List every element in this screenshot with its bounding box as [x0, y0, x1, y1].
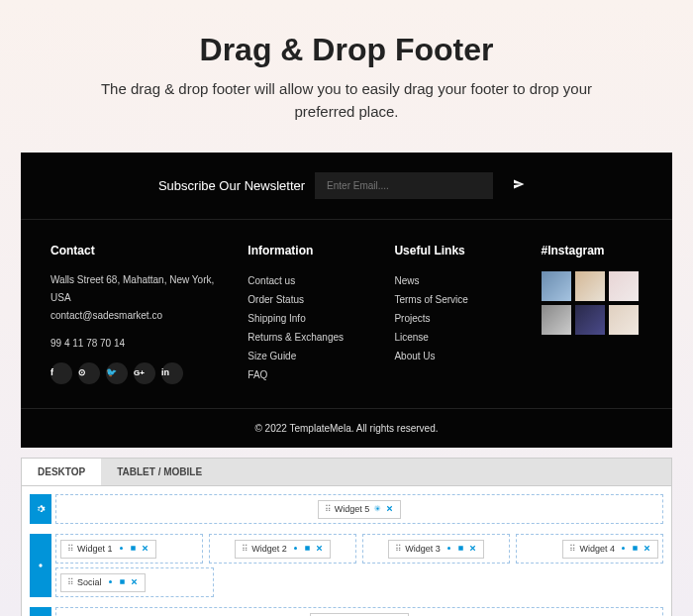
builder-cell[interactable]: ⠿ Widget 2 [209, 534, 356, 564]
instagram-thumb[interactable] [609, 305, 639, 335]
instagram-heading: #Instagram [542, 244, 643, 257]
instagram-thumb[interactable] [542, 271, 571, 301]
builder-cell[interactable]: ⠿ Social [55, 567, 214, 597]
row-settings-button[interactable] [30, 534, 51, 597]
duplicate-icon[interactable] [118, 577, 127, 588]
contact-phone: 99 4 11 78 70 14 [50, 335, 228, 353]
widget-chip-widget2[interactable]: ⠿ Widget 2 [235, 540, 331, 559]
drag-handle-icon: ⠿ [67, 544, 73, 554]
builder-cell[interactable]: ⠿ Widget 4 [516, 534, 663, 564]
link-projects[interactable]: Projects [394, 309, 521, 328]
svg-rect-6 [458, 546, 463, 551]
instagram-thumb[interactable] [575, 271, 605, 301]
link-terms[interactable]: Terms of Service [394, 290, 521, 309]
duplicate-icon[interactable] [456, 544, 465, 555]
instagram-thumb[interactable] [575, 305, 605, 335]
link-size-guide[interactable]: Size Guide [248, 347, 374, 365]
builder-row: ⠿ Widget 5 [30, 494, 663, 524]
chip-label: Widget 1 [77, 544, 113, 554]
widget-chip-widget3[interactable]: ⠿ Widget 3 [388, 540, 484, 559]
google-plus-icon[interactable]: G+ [134, 362, 155, 384]
drag-handle-icon: ⠿ [67, 577, 73, 587]
widget-chip-widget4[interactable]: ⠿ Widget 4 [562, 540, 658, 559]
builder-cell[interactable]: ⠿ Copyright [55, 607, 663, 616]
gear-icon[interactable] [117, 544, 126, 555]
link-license[interactable]: License [394, 328, 521, 347]
link-about-us[interactable]: About Us [394, 347, 521, 365]
row-settings-button[interactable] [30, 494, 51, 524]
footer-builder: DESKTOP TABLET / MOBILE ⠿ Widget 5 [21, 458, 672, 616]
gear-icon[interactable] [445, 544, 453, 555]
svg-rect-8 [633, 546, 638, 551]
page-subtitle: The drag & drop footer will allow you to… [0, 78, 693, 153]
row-settings-button[interactable] [30, 607, 51, 616]
page-title: Drag & Drop Footer [0, 0, 693, 78]
link-faq[interactable]: FAQ [248, 365, 374, 384]
svg-point-1 [120, 547, 123, 550]
duplicate-icon[interactable] [631, 544, 640, 555]
svg-point-7 [622, 547, 625, 550]
chip-label: Widget 4 [579, 544, 615, 554]
close-icon[interactable] [643, 544, 651, 555]
gear-icon[interactable] [619, 544, 628, 555]
newsletter-bar: Subscribe Our Newsletter [21, 153, 672, 220]
chip-label: Widget 5 [335, 504, 370, 514]
close-icon[interactable] [315, 544, 324, 555]
footer-col-instagram: #Instagram [542, 244, 643, 384]
copyright-text: © 2022 TemplateMela. All rights reserved… [21, 408, 672, 448]
tab-tablet-mobile[interactable]: TABLET / MOBILE [101, 459, 218, 485]
contact-address: Walls Street 68, Mahattan, New York, USA [50, 271, 228, 307]
drag-handle-icon: ⠿ [395, 544, 401, 554]
svg-point-9 [109, 580, 112, 583]
svg-point-3 [294, 547, 297, 550]
link-shipping-info[interactable]: Shipping Info [248, 309, 374, 328]
contact-heading: Contact [50, 244, 228, 257]
builder-cell[interactable]: ⠿ Widget 5 [55, 494, 663, 524]
instagram-thumb[interactable] [542, 305, 571, 335]
facebook-icon[interactable]: f [50, 362, 72, 384]
svg-rect-2 [131, 546, 136, 551]
widget-chip-widget5[interactable]: ⠿ Widget 5 [318, 500, 402, 519]
newsletter-submit-button[interactable] [503, 172, 535, 199]
link-news[interactable]: News [394, 271, 521, 290]
information-heading: Information [248, 244, 374, 257]
gear-icon[interactable] [106, 577, 115, 588]
close-icon[interactable] [141, 544, 149, 555]
linkedin-icon[interactable]: in [161, 362, 183, 384]
newsletter-label: Subscribe Our Newsletter [158, 178, 305, 193]
newsletter-email-input[interactable] [315, 172, 493, 199]
builder-cell[interactable]: ⠿ Widget 1 [55, 534, 203, 564]
link-returns-exchanges[interactable]: Returns & Exchanges [248, 328, 374, 347]
instagram-thumb[interactable] [609, 271, 639, 301]
instagram-icon[interactable]: ⊙ [78, 362, 100, 384]
footer-preview: Subscribe Our Newsletter Contact Walls S… [21, 153, 672, 448]
widget-chip-social[interactable]: ⠿ Social [60, 573, 146, 592]
svg-point-5 [447, 547, 450, 550]
paper-plane-icon [513, 178, 525, 193]
builder-cell[interactable]: ⠿ Widget 3 [362, 534, 510, 564]
gear-icon[interactable] [291, 544, 300, 555]
link-order-status[interactable]: Order Status [248, 290, 374, 309]
twitter-icon[interactable]: 🐦 [106, 362, 128, 384]
footer-col-contact: Contact Walls Street 68, Mahattan, New Y… [50, 244, 228, 384]
close-icon[interactable] [130, 577, 139, 588]
widget-chip-widget1[interactable]: ⠿ Widget 1 [60, 540, 156, 559]
useful-links-heading: Useful Links [394, 244, 521, 257]
duplicate-icon[interactable] [129, 544, 138, 555]
chip-label: Social [77, 577, 102, 587]
close-icon[interactable] [468, 544, 477, 555]
link-contact-us[interactable]: Contact us [248, 271, 374, 290]
footer-col-information: Information Contact us Order Status Ship… [248, 244, 374, 384]
drag-handle-icon: ⠿ [242, 544, 248, 554]
gear-icon [36, 557, 46, 574]
gear-icon [36, 500, 46, 518]
tab-desktop[interactable]: DESKTOP [22, 459, 101, 485]
builder-tabs: DESKTOP TABLET / MOBILE [21, 458, 672, 486]
gear-icon[interactable] [373, 504, 382, 515]
widget-chip-copyright[interactable]: ⠿ Copyright [310, 613, 409, 617]
svg-rect-4 [305, 546, 310, 551]
chip-label: Widget 3 [405, 544, 441, 554]
drag-handle-icon: ⠿ [569, 544, 575, 554]
duplicate-icon[interactable] [303, 544, 312, 555]
close-icon[interactable] [385, 504, 394, 515]
